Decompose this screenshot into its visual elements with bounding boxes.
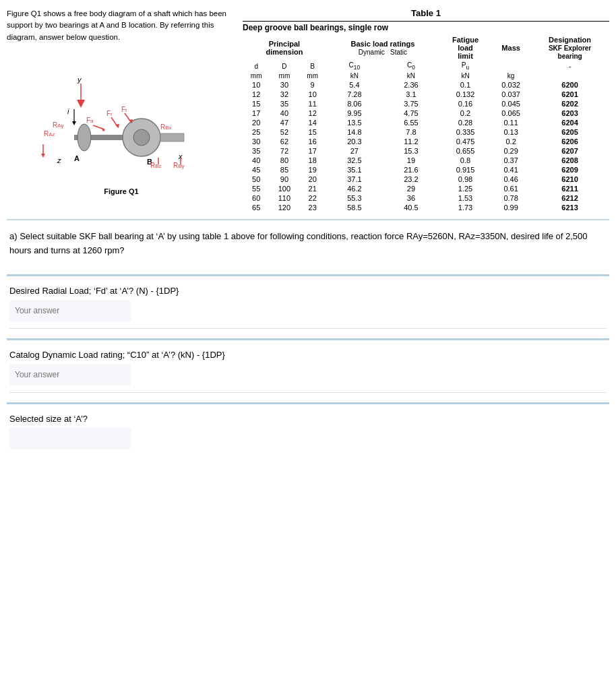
- sub-question-3-label: Selected size at ‘A’?: [9, 414, 607, 424]
- table-cell: 46.2: [326, 184, 383, 193]
- table-cell: 14.8: [326, 127, 383, 137]
- unit-Pu: kN: [439, 71, 491, 80]
- table-cell: 0.46: [491, 175, 530, 184]
- table-cell: 85: [270, 165, 299, 175]
- sub-question-2-label: Catalog Dynamic Load rating; “C10” at ‘A…: [9, 350, 607, 360]
- table-cell: 21: [299, 184, 326, 193]
- table-cell: 0.032: [491, 80, 530, 90]
- table-cell: 6211: [530, 184, 609, 193]
- unit-desig: [530, 71, 609, 80]
- table-row: 601102255.3361.530.786212: [243, 193, 609, 203]
- sub-question-1-label: Desired Radial Load; ‘Fd’ at ‘A’? (N) - …: [9, 286, 607, 296]
- table-cell: 0.61: [491, 184, 530, 193]
- answer-input-1[interactable]: [9, 300, 131, 321]
- col-header-principal: Principaldimension: [243, 35, 326, 61]
- table-row: 1232107.283.10.1320.0376201: [243, 90, 609, 99]
- table-cell: 35: [270, 99, 299, 108]
- table-cell: 0.8: [439, 156, 491, 165]
- col-D-label: D: [270, 61, 299, 71]
- table-cell: 0.37: [491, 156, 530, 165]
- table-cell: 30: [243, 137, 270, 146]
- table-cell: 5.4: [326, 80, 383, 90]
- table-cell: 0.065: [491, 108, 530, 118]
- table-cell: 6209: [530, 165, 609, 175]
- col-header-basic-load: Basic load ratingsDynamic Static: [326, 35, 439, 61]
- left-panel: Figure Q1 shows a free body diagram of a…: [7, 8, 236, 212]
- table-cell: 0.2: [439, 108, 491, 118]
- sub-question-1-block: Desired Radial Load; ‘Fd’ at ‘A’? (N) - …: [9, 276, 607, 329]
- table-cell: 7.28: [326, 90, 383, 99]
- table-cell: 23: [299, 203, 326, 212]
- svg-point-9: [78, 124, 91, 151]
- table-cell: 29: [383, 184, 439, 193]
- table-cell: 17: [299, 146, 326, 156]
- table-cell: 0.41: [491, 165, 530, 175]
- question-section: a) Select suitable SKF ball bearing at ‘…: [0, 220, 616, 265]
- svg-text:RAy: RAy: [53, 121, 63, 129]
- unit-B: mm: [299, 71, 326, 80]
- table-cell: 65: [243, 203, 270, 212]
- answer-input-2[interactable]: [9, 364, 131, 385]
- table-cell: 10: [243, 80, 270, 90]
- table-cell: 13.5: [326, 118, 383, 127]
- table-cell: 6202: [530, 99, 609, 108]
- table-row: 103095.42.360.10.0326200: [243, 80, 609, 90]
- table-cell: 6208: [530, 156, 609, 165]
- table-cell: 32.5: [326, 156, 383, 165]
- table-row: 45851935.121.60.9150.416209: [243, 165, 609, 175]
- unit-C0: kN: [383, 71, 439, 80]
- table-row: 30621620.311.20.4750.26206: [243, 137, 609, 146]
- svg-text:Fr: Fr: [106, 110, 113, 117]
- col-d-label: d: [243, 61, 270, 71]
- table-cell: 55.3: [326, 193, 383, 203]
- table-cell: 25: [243, 127, 270, 137]
- svg-text:RBz: RBz: [150, 162, 162, 169]
- table-cell: 0.98: [439, 175, 491, 184]
- table-row: 50902037.123.20.980.466210: [243, 175, 609, 184]
- table-cell: 3.75: [383, 99, 439, 108]
- table-cell: 11: [299, 99, 326, 108]
- table-cell: 55: [243, 184, 270, 193]
- table-cell: 100: [270, 184, 299, 193]
- table-cell: 12: [243, 90, 270, 99]
- answer-input-3[interactable]: [9, 428, 131, 449]
- table-row: 20471413.56.550.280.116204: [243, 118, 609, 127]
- question-text: a) Select suitable SKF ball bearing at ‘…: [9, 230, 607, 258]
- table-cell: 0.037: [491, 90, 530, 99]
- table-cell: 0.29: [491, 146, 530, 156]
- svg-text:Ft: Ft: [121, 106, 127, 113]
- figure-label: Figure Q1: [7, 187, 236, 195]
- table-cell: 40.5: [383, 203, 439, 212]
- table-cell: 15: [299, 127, 326, 137]
- svg-text:RBy: RBy: [173, 162, 185, 169]
- svg-text:z: z: [57, 156, 61, 164]
- table-cell: 15.3: [383, 146, 439, 156]
- table-cell: 45: [243, 165, 270, 175]
- col-header-fatigue: Fatigueloadlimit: [439, 35, 491, 61]
- table-cell: 0.28: [439, 118, 491, 127]
- table-cell: 30: [270, 80, 299, 90]
- table-cell: 19: [383, 156, 439, 165]
- table-cell: 0.655: [439, 146, 491, 156]
- table-cell: 12: [299, 108, 326, 118]
- col-mass-label: [491, 61, 530, 71]
- table-subtitle: Deep groove ball bearings, single row: [243, 21, 609, 32]
- table-cell: 1.53: [439, 193, 491, 203]
- table-cell: 0.132: [439, 90, 491, 99]
- table-cell: 6205: [530, 127, 609, 137]
- table-row: 1535118.063.750.160.0456202: [243, 99, 609, 108]
- table-cell: 14: [299, 118, 326, 127]
- table-cell: 52: [270, 127, 299, 137]
- table-cell: 6204: [530, 118, 609, 127]
- table-cell: 0.2: [491, 137, 530, 146]
- table-cell: 6207: [530, 146, 609, 156]
- table-row: 551002146.2291.250.616211: [243, 184, 609, 193]
- table-cell: 37.1: [326, 175, 383, 184]
- sub-question-3-block: Selected size at ‘A’?: [9, 404, 607, 456]
- table-body: 103095.42.360.10.03262001232107.283.10.1…: [243, 80, 609, 212]
- table-cell: 6210: [530, 175, 609, 184]
- table-cell: 20: [299, 175, 326, 184]
- table-cell: 1.73: [439, 203, 491, 212]
- col-header-designation: DesignationSKF Explorerbearing: [530, 35, 609, 61]
- table-cell: 0.1: [439, 80, 491, 90]
